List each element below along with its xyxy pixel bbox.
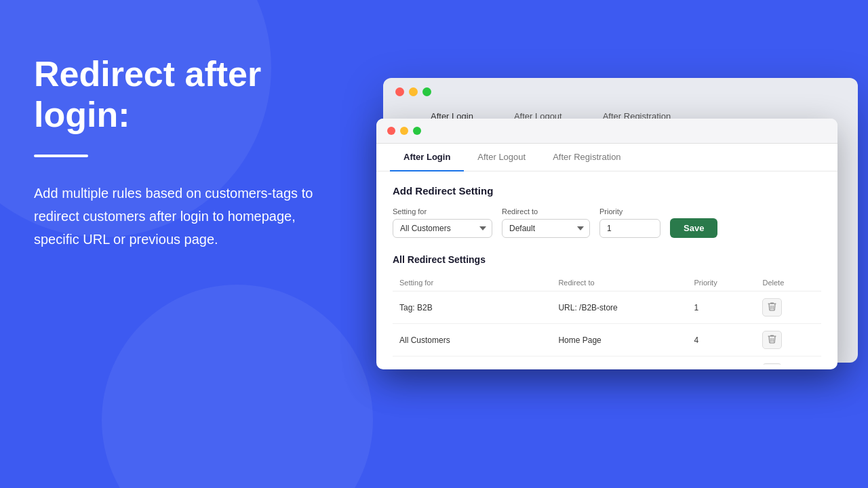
- row-redirect-to: Home Page: [551, 324, 687, 357]
- row-delete-cell: [755, 324, 821, 357]
- priority-input[interactable]: [599, 219, 660, 238]
- table-row: Tag: B2B URL: /B2B-store 1: [393, 291, 821, 324]
- add-section-title: Add Redirect Setting: [393, 185, 821, 197]
- setting-for-label: Setting for: [393, 207, 492, 216]
- redirect-to-group: Redirect to Default Home Page URL: /B2B-…: [502, 207, 590, 238]
- add-form-row: Setting for All Customers Tag: B2B Tag: …: [393, 207, 821, 238]
- row-priority: 1: [687, 291, 755, 324]
- shadow-tl-green: [422, 87, 431, 96]
- main-tl-green: [413, 127, 421, 135]
- col-delete: Delete: [755, 274, 821, 291]
- shadow-tl-yellow: [409, 87, 418, 96]
- delete-button[interactable]: [762, 298, 782, 317]
- col-priority: Priority: [687, 274, 755, 291]
- window-title-bar: [376, 119, 837, 144]
- main-title: Redirect afterlogin:: [34, 54, 319, 136]
- shadow-tl-red: [395, 87, 404, 96]
- table-row: All Customers Home Page 4: [393, 324, 821, 357]
- tab-after-registration[interactable]: After Registration: [539, 144, 634, 171]
- bg-decoration-circle-2: [102, 285, 373, 488]
- window-content: Add Redirect Setting Setting for All Cus…: [376, 171, 837, 365]
- row-delete-cell: [755, 357, 821, 365]
- row-delete-cell: [755, 291, 821, 324]
- row-setting-for: Tag: VVIP customer: [393, 357, 551, 365]
- redirect-to-label: Redirect to: [502, 207, 590, 216]
- delete-button[interactable]: [762, 331, 782, 349]
- priority-label: Priority: [599, 207, 660, 216]
- row-redirect-to: URL: /saleoffer: [551, 357, 687, 365]
- shadow-traffic-lights: [383, 78, 847, 106]
- row-priority: 2: [687, 357, 755, 365]
- description-text: Add multiple rules based on customers-ta…: [34, 182, 319, 251]
- col-redirect-to: Redirect to: [551, 274, 687, 291]
- table-header-row: Setting for Redirect to Priority Delete: [393, 274, 821, 291]
- save-button[interactable]: Save: [670, 218, 717, 238]
- setting-for-select[interactable]: All Customers Tag: B2B Tag: VVIP custome…: [393, 219, 492, 238]
- row-priority: 4: [687, 324, 755, 357]
- row-setting-for: Tag: B2B: [393, 291, 551, 324]
- main-traffic-lights: [387, 127, 421, 135]
- tab-after-logout[interactable]: After Logout: [464, 144, 539, 171]
- redirect-to-select[interactable]: Default Home Page URL: /B2B-store URL: /…: [502, 219, 590, 238]
- setting-for-group: Setting for All Customers Tag: B2B Tag: …: [393, 207, 492, 238]
- main-window: After Login After Logout After Registrat…: [376, 119, 837, 369]
- left-panel: Redirect afterlogin: Add multiple rules …: [34, 54, 319, 251]
- tab-after-login[interactable]: After Login: [390, 144, 464, 171]
- delete-button[interactable]: [762, 363, 782, 365]
- table-row: Tag: VVIP customer URL: /saleoffer 2: [393, 357, 821, 365]
- main-tl-yellow: [400, 127, 408, 135]
- settings-table: Setting for Redirect to Priority Delete …: [393, 274, 821, 365]
- main-tl-red: [387, 127, 395, 135]
- priority-group: Priority: [599, 207, 660, 238]
- row-redirect-to: URL: /B2B-store: [551, 291, 687, 324]
- col-setting-for: Setting for: [393, 274, 551, 291]
- row-setting-for: All Customers: [393, 324, 551, 357]
- all-settings-title: All Redirect Settings: [393, 254, 821, 265]
- title-divider: [34, 155, 88, 157]
- tabs-bar: After Login After Logout After Registrat…: [376, 144, 837, 171]
